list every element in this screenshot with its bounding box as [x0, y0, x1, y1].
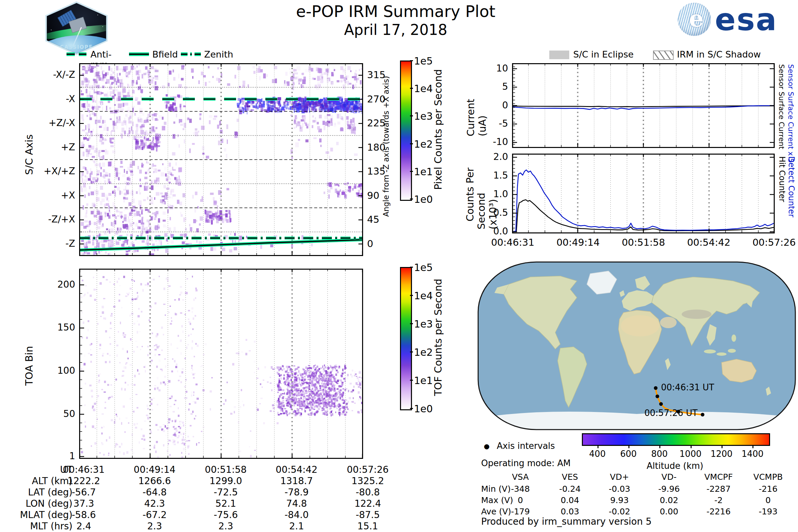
- ephem-cell: 52.1: [189, 498, 262, 509]
- sumatra: [704, 349, 716, 354]
- pixel-cbar-tickmark: [410, 60, 413, 61]
- ephem-cell: 00:57:26: [331, 464, 404, 475]
- band-label-+X: +X: [19, 190, 75, 201]
- ephem-cell: 42.3: [118, 498, 191, 509]
- voltage-header-VD+: VD+: [596, 472, 643, 482]
- ephem-cell: -78.9: [260, 487, 333, 498]
- band-label--X: -X: [19, 93, 75, 104]
- counts-xtick-00:46:31: 00:46:31: [476, 237, 549, 248]
- sahara: [621, 315, 659, 337]
- eclipse-legend-label: S/C in Eclipse: [573, 49, 634, 59]
- altitude-tick-800: 800: [643, 449, 676, 459]
- epop-irm-summary-page: CASSIOPE e-POP IRM Summary Plot April 17…: [0, 0, 798, 532]
- ephem-cell: 1325.2: [331, 475, 404, 487]
- counts-right-label-black: Hit Counter: [777, 156, 787, 202]
- ephem-cell: -75.6: [189, 509, 262, 520]
- voltage-cell: 9.93: [596, 495, 643, 505]
- axis-intervals-dot-icon: ●: [484, 442, 490, 450]
- pixel-cbar-tick-1e5: 1e5: [414, 55, 433, 67]
- cassiope-badge-art: CASSIOPE: [44, 3, 109, 54]
- bfield-line-sample: [128, 52, 150, 57]
- band-label--Z/+X: -Z/+X: [19, 214, 75, 225]
- orbit-interval-dot: [701, 413, 705, 417]
- ephem-cell: 74.8: [260, 498, 333, 509]
- altitude-colorbar: [582, 433, 770, 446]
- current-ytick-5: 5: [481, 81, 508, 92]
- current-ytick--5: -5: [481, 118, 508, 129]
- ephem-cell: 1266.6: [118, 475, 191, 487]
- counts-ytick-0.0: 0.0: [481, 226, 508, 237]
- altitude-tickmark: [659, 445, 660, 448]
- tof-cbar-tickmark: [410, 380, 413, 381]
- esa-e-glyph: e: [689, 5, 704, 32]
- voltage-cell: 0: [497, 495, 544, 505]
- pixel-counts-colorbar: [400, 60, 412, 201]
- band-label-+Z/-X: +Z/-X: [19, 117, 75, 128]
- voltage-cell: 0.02: [646, 495, 692, 505]
- voltage-header-VMCPF: VMCPF: [695, 472, 742, 482]
- altitude-tick-1400: 1400: [736, 449, 769, 459]
- tof-cbar-tickmark: [410, 408, 413, 409]
- pixel-cbar-tick-1e2: 1e2: [414, 138, 433, 150]
- toa-ytick-150: 150: [19, 322, 75, 333]
- voltage-header-VCMPB: VCMPB: [745, 472, 791, 482]
- angle-axis-label: Angle from -Z axis (towards +X axis): [382, 73, 391, 220]
- current-right-label-black: Sensor Surface Current: [777, 64, 786, 149]
- world-map: [477, 261, 796, 431]
- counts-ytick-1.0: 1.0: [481, 189, 508, 200]
- ephem-cell: -72.5: [189, 487, 262, 498]
- altitude-tick-1200: 1200: [705, 449, 738, 459]
- counts-xtick-00:54:42: 00:54:42: [672, 237, 745, 248]
- ephem-cell: 2.3: [189, 521, 262, 532]
- pixel-cbar-tickmark: [410, 171, 413, 172]
- voltage-cell: -0.24: [547, 484, 593, 494]
- ephem-cell: 00:46:31: [47, 464, 120, 475]
- ephem-cell: 122.4: [331, 498, 404, 509]
- counts-xtick-00:49:14: 00:49:14: [542, 237, 615, 248]
- tof-cbar-tick-1e5: 1e5: [414, 262, 433, 273]
- shadow-legend-label: IRM in S/C Shadow: [677, 49, 761, 59]
- tof-cbar-tickmark: [410, 295, 413, 296]
- ephem-cell: -80.8: [331, 487, 404, 498]
- angle-label-0: 0: [367, 238, 391, 249]
- tof-cbar-tick-1e1: 1e1: [414, 375, 433, 386]
- voltage-cell: 0.00: [646, 507, 692, 516]
- tof-cbar-tick-1e0: 1e0: [414, 403, 433, 415]
- voltage-header-VSA: VSA: [497, 472, 544, 482]
- altitude-tick-400: 400: [581, 449, 614, 459]
- ephem-cell: 2.4: [47, 521, 120, 532]
- current-ytick-0: 0: [481, 100, 508, 111]
- ephem-cell: 37.3: [47, 498, 120, 509]
- counts-ytick-1.5: 1.5: [481, 170, 508, 181]
- spectrogram-ylabel: S/C Axis: [23, 123, 35, 186]
- orbit-interval-dot: [656, 395, 659, 398]
- voltage-header-VES: VES: [547, 472, 593, 482]
- ephem-cell: 15.1: [331, 521, 404, 532]
- ephem-cell: 00:49:14: [118, 464, 191, 475]
- ephem-cell: -84.0: [260, 509, 333, 520]
- ephem-cell: 2.1: [260, 521, 333, 532]
- page-title: e-POP IRM Summary Plot: [229, 2, 562, 21]
- altitude-tickmark: [753, 445, 754, 448]
- ephem-cell: -87.5: [331, 509, 404, 520]
- bfield-legend-label: Bfield: [152, 49, 178, 59]
- pixel-cbar-tickmark: [410, 88, 413, 89]
- tof-cbar-tickmark: [410, 323, 413, 324]
- tof-colorbar-label: TOF Counts per Second: [432, 274, 444, 401]
- voltage-cell: -193: [745, 507, 791, 516]
- pixel-cbar-tick-1e1: 1e1: [414, 166, 433, 177]
- esa-logo: e esa: [678, 2, 797, 39]
- voltage-cell: -0.03: [596, 484, 643, 494]
- borneo: [728, 349, 736, 353]
- voltage-cell: -2: [695, 495, 742, 505]
- eclipse-swatch: [549, 51, 569, 59]
- toa-bin-spectrogram: [79, 269, 363, 459]
- voltage-cell: 0: [745, 495, 791, 505]
- voltage-cell: 0.04: [547, 495, 593, 505]
- current-ytick-10: 10: [481, 63, 508, 74]
- counts-ylabel-line1: Counts Per: [464, 159, 476, 229]
- cassiope-mission-badge: CASSIOPE: [42, 1, 110, 55]
- pixel-cbar-tickmark: [410, 198, 413, 200]
- antarctica: [484, 412, 790, 431]
- shadow-swatch: [653, 51, 673, 60]
